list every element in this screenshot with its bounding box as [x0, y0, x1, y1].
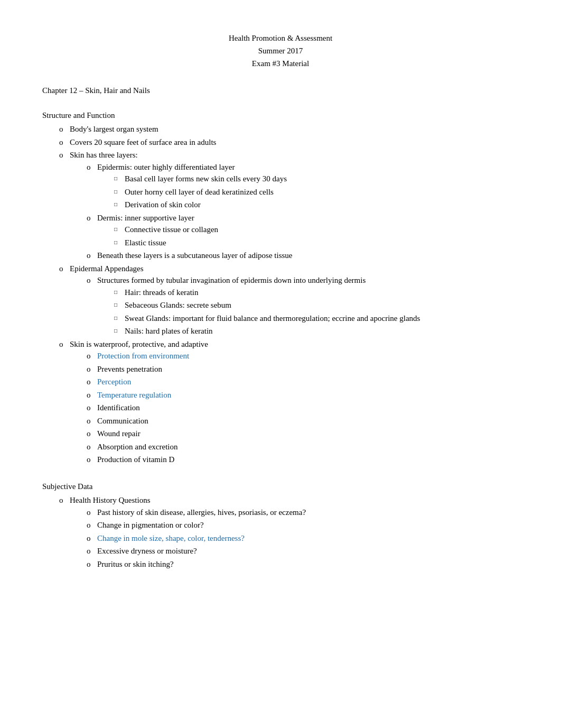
chapter-title: Chapter 12 – Skin, Hair and Nails: [42, 85, 519, 97]
header-line2: Summer 2017: [42, 44, 519, 57]
list-item: Prevents penetration: [87, 363, 519, 375]
list-item: Elastic tissue: [114, 237, 519, 249]
list-item: Connective tissue or collagen: [114, 224, 519, 236]
list-item: Production of vitamin D: [87, 454, 519, 466]
list-item: Sweat Glands: important for fluid balanc…: [114, 312, 519, 325]
list-item: Derivation of skin color: [114, 199, 519, 211]
epidermis-list: Basal cell layer forms new skin cells ev…: [97, 173, 519, 211]
health-history-list: Past history of skin disease, allergies,…: [70, 506, 519, 570]
list-item: Health History Questions Past history of…: [59, 494, 519, 570]
list-item: Excessive dryness or moisture?: [87, 545, 519, 557]
list-item: Epidermis: outer highly differentiated l…: [87, 161, 519, 211]
dermis-list: Connective tissue or collagen Elastic ti…: [97, 224, 519, 248]
section-title-subjective: Subjective Data: [42, 481, 519, 493]
list-item: Body's largest organ system: [59, 123, 519, 135]
list-item: Basal cell layer forms new skin cells ev…: [114, 173, 519, 185]
mole-link[interactable]: Change in mole size, shape, color, tende…: [97, 534, 245, 542]
list-item: Beneath these layers is a subcutaneous l…: [87, 250, 519, 262]
list-item: Past history of skin disease, allergies,…: [87, 506, 519, 519]
subjective-data-list: Health History Questions Past history of…: [42, 494, 519, 570]
list-item: Outer horny cell layer of dead keratiniz…: [114, 186, 519, 198]
list-item-protection: Protection from environment: [87, 350, 519, 362]
waterproof-list: Protection from environment Prevents pen…: [70, 350, 519, 466]
list-item: Identification: [87, 402, 519, 414]
section-title-structure: Structure and Function: [42, 109, 519, 122]
list-item: Skin is waterproof, protective, and adap…: [59, 338, 519, 466]
temperature-link[interactable]: Temperature regulation: [97, 391, 171, 399]
list-item: Nails: hard plates of keratin: [114, 325, 519, 337]
list-item: Wound repair: [87, 428, 519, 440]
page-header: Health Promotion & Assessment Summer 201…: [42, 32, 519, 70]
structure-function-section: Structure and Function Body's largest or…: [42, 109, 519, 466]
list-item: Structures formed by tubular invaginatio…: [87, 274, 519, 337]
perception-link[interactable]: Perception: [97, 377, 131, 386]
list-item-perception: Perception: [87, 376, 519, 388]
list-item: Hair: threads of keratin: [114, 287, 519, 299]
list-item: Skin has three layers: Epidermis: outer …: [59, 149, 519, 262]
header-line3: Exam #3 Material: [42, 57, 519, 70]
list-item: Covers 20 square feet of surface area in…: [59, 136, 519, 149]
list-item: Communication: [87, 415, 519, 427]
list-item: Dermis: inner supportive layer Connectiv…: [87, 212, 519, 249]
list-item: Epidermal Appendages Structures formed b…: [59, 263, 519, 337]
structure-function-list: Body's largest organ system Covers 20 sq…: [42, 123, 519, 466]
layers-list: Epidermis: outer highly differentiated l…: [70, 161, 519, 262]
list-item-mole: Change in mole size, shape, color, tende…: [87, 532, 519, 545]
list-item: Sebaceous Glands: secrete sebum: [114, 299, 519, 311]
appendages-sub-list: Hair: threads of keratin Sebaceous Gland…: [97, 287, 519, 337]
list-item: Pruritus or skin itching?: [87, 558, 519, 570]
list-item-temp: Temperature regulation: [87, 389, 519, 401]
subjective-data-section: Subjective Data Health History Questions…: [42, 481, 519, 570]
header-line1: Health Promotion & Assessment: [42, 32, 519, 44]
list-item: Change in pigmentation or color?: [87, 519, 519, 531]
protection-link[interactable]: Protection from environment: [97, 352, 189, 360]
list-item: Absorption and excretion: [87, 441, 519, 453]
appendages-list: Structures formed by tubular invaginatio…: [70, 274, 519, 337]
